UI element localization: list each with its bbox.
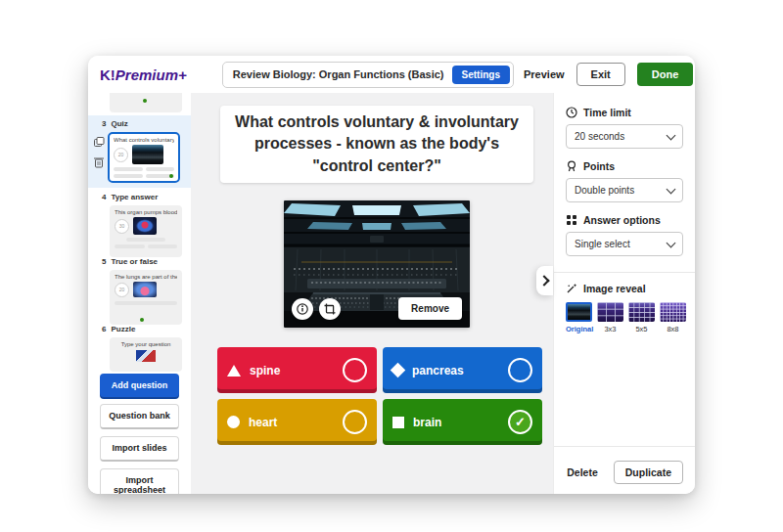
slide-item-6-puzzle: 6Puzzle Type your question: [88, 325, 191, 372]
done-button[interactable]: Done: [637, 63, 694, 86]
image-reveal-label: Image reveal: [566, 283, 683, 294]
slide-6-thumbnail[interactable]: Type your question: [110, 337, 182, 372]
answer-bar: [126, 238, 165, 242]
square-icon: [392, 417, 404, 428]
grid-dots-icon: [566, 214, 577, 226]
sidebar-buttons: Add question Question bank Import slides…: [100, 374, 179, 494]
slide-5-label: 5True or false: [102, 257, 191, 266]
question-title-input[interactable]: What controls voluntary & involuntary pr…: [220, 106, 533, 183]
quiz-title: Review Biology: Organ Functions (Basic): [233, 68, 444, 80]
time-limit-label: Time limit: [566, 107, 683, 118]
points-label: Points: [566, 160, 683, 172]
answer-options-select[interactable]: Single select: [566, 232, 683, 256]
slide-3-thumbnail[interactable]: What controls voluntary ... 20: [108, 132, 180, 183]
answer-bar: [148, 244, 178, 248]
import-spreadsheet-button[interactable]: Import spreadsheet: [100, 468, 179, 494]
correct-toggle-radio-checked[interactable]: ✓: [508, 410, 532, 434]
slide-3-image-thumb: [132, 145, 163, 164]
answer-label: brain: [413, 416, 441, 429]
points-select[interactable]: Double points: [566, 178, 683, 202]
add-question-button[interactable]: Add question: [100, 374, 179, 397]
slide-item-3-quiz-selected: 3Quiz What controls voluntary ... 20: [88, 115, 191, 188]
slide-4-thumbnail[interactable]: This organ pumps blood ... 30: [110, 205, 182, 257]
diamond-icon: [391, 363, 406, 378]
reveal-thumb-5x5: [628, 302, 655, 322]
logo-k-mark: K!: [100, 66, 115, 83]
kahoot-premium-logo: K!Premium+: [100, 66, 187, 83]
chevron-down-icon: [667, 184, 676, 194]
media-actions: [292, 298, 341, 320]
panel-footer: Delete Duplicate: [566, 451, 683, 484]
answer-bar: [115, 244, 145, 248]
medal-icon: [566, 160, 577, 172]
correct-toggle-radio[interactable]: [508, 358, 532, 382]
image-crop-button[interactable]: [319, 298, 341, 320]
logo-premium-text: Premium+: [115, 66, 187, 83]
spacer: [566, 333, 683, 436]
reveal-thumb-8x8: [660, 302, 686, 322]
collapse-panel-button[interactable]: [536, 266, 553, 295]
top-bar: K!Premium+ Review Biology: Organ Functio…: [88, 56, 695, 93]
preview-button[interactable]: Preview: [524, 68, 565, 80]
answer-bar: [115, 301, 177, 305]
slide-5-timer-badge: 20: [115, 283, 129, 297]
circle-icon: [227, 416, 240, 428]
slide-hover-actions: [94, 137, 105, 168]
answer-label: pancreas: [412, 364, 464, 377]
settings-button[interactable]: Settings: [452, 66, 510, 84]
reveal-thumb-3x3: [597, 302, 623, 322]
topbar-actions: Preview Exit Done: [524, 63, 693, 86]
slide-5-preview-text: The lungs are part of the ...: [115, 274, 177, 280]
clock-icon: [566, 107, 577, 118]
correct-answer-dot: [169, 174, 173, 178]
slide-3-label: 3Quiz: [102, 115, 191, 128]
answer-card-spine[interactable]: spine: [217, 347, 377, 393]
remove-image-button[interactable]: Remove: [398, 297, 462, 320]
duplicate-question-button[interactable]: Duplicate: [614, 461, 683, 484]
slide-5-image-thumb: [133, 282, 157, 297]
answer-card-brain[interactable]: brain ✓: [383, 399, 542, 445]
quiz-title-bar: Review Biology: Organ Functions (Basic) …: [222, 62, 514, 88]
slide-4-timer-badge: 30: [115, 219, 129, 234]
slide-6-label: 6Puzzle: [102, 325, 191, 333]
image-reveal-3x3[interactable]: 3x3: [597, 302, 623, 333]
delete-slide-icon[interactable]: [94, 156, 104, 168]
delete-question-button[interactable]: Delete: [565, 463, 600, 482]
exit-button[interactable]: Exit: [576, 63, 625, 86]
answer-bar: [114, 174, 143, 178]
slide-4-preview-text: This organ pumps blood ...: [115, 209, 177, 215]
image-info-button[interactable]: [292, 298, 313, 320]
slide-6-preview-text: Type your question: [115, 341, 177, 347]
import-slides-button[interactable]: Import slides: [100, 436, 179, 462]
slide-item-5-true-false: 5True or false The lungs are part of the…: [88, 257, 191, 325]
answer-options-label: Answer options: [566, 214, 683, 226]
divider: [554, 446, 695, 447]
correct-answer-dot: [140, 318, 144, 322]
image-reveal-original[interactable]: Original: [566, 302, 592, 333]
question-settings-panel: Time limit 20 seconds Points Double poin…: [553, 93, 695, 494]
answer-label: spine: [250, 364, 280, 377]
question-bank-button[interactable]: Question bank: [100, 404, 179, 429]
correct-toggle-radio[interactable]: [343, 410, 367, 434]
chevron-down-icon: [667, 238, 676, 247]
duplicate-slide-icon[interactable]: [94, 137, 105, 148]
image-reveal-options: Original 3x3 5x5 8x8: [566, 302, 683, 333]
answer-card-heart[interactable]: heart: [217, 399, 377, 445]
answer-options-grid: spine pancreas heart: [217, 347, 542, 445]
magic-wand-icon: [566, 283, 577, 294]
correct-answer-dot: [143, 99, 147, 103]
correct-toggle-radio[interactable]: [343, 358, 367, 382]
answer-bar: [146, 174, 175, 178]
image-reveal-5x5[interactable]: 5x5: [628, 302, 655, 333]
answer-card-pancreas[interactable]: pancreas: [383, 347, 542, 393]
image-reveal-8x8[interactable]: 8x8: [660, 302, 686, 333]
slide-5-thumbnail[interactable]: The lungs are part of the ... 20: [110, 270, 182, 325]
triangle-icon: [227, 365, 241, 377]
kahoot-editor-window: K!Premium+ Review Biology: Organ Functio…: [88, 56, 695, 494]
time-limit-select[interactable]: 20 seconds: [566, 124, 683, 149]
slide-6-image-thumb: [136, 350, 156, 362]
page-background: K!Premium+ Review Biology: Organ Functio…: [0, 0, 783, 532]
editor-body: 3Quiz What controls voluntary ... 20: [88, 93, 695, 494]
slide-2-thumbnail-partial[interactable]: [110, 93, 182, 112]
chevron-right-icon: [538, 275, 549, 286]
